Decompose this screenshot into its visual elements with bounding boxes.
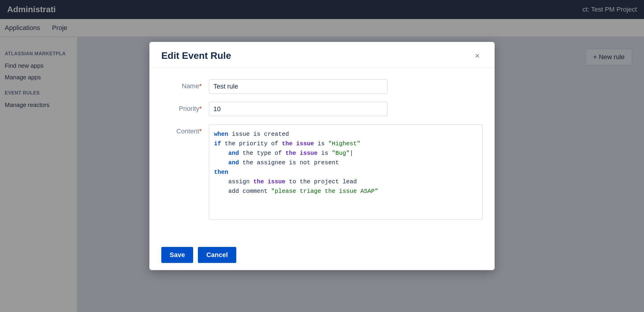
edit-event-rule-modal: Edit Event Rule × Name* Priority* <box>149 42 495 270</box>
content-required-star: * <box>199 127 202 135</box>
content-editor[interactable]: when issue is created if the priority of… <box>209 125 483 220</box>
name-required-star: * <box>199 82 202 90</box>
modal-close-button[interactable]: × <box>472 51 483 61</box>
modal-body: Name* Priority* Content* when issue is c… <box>149 67 495 240</box>
modal-footer: Save Cancel <box>149 240 495 270</box>
save-button[interactable]: Save <box>161 247 193 263</box>
code-line-6: assign the issue to the project lead <box>214 177 478 187</box>
priority-required-star: * <box>199 105 202 112</box>
content-label: Content* <box>161 125 209 135</box>
priority-input[interactable] <box>209 102 387 116</box>
code-line-5: then <box>214 168 478 177</box>
modal-title: Edit Event Rule <box>161 50 231 61</box>
cancel-button[interactable]: Cancel <box>198 247 236 263</box>
code-line-1: when issue is created <box>214 130 478 139</box>
code-line-2: if the priority of the issue is "Highest… <box>214 139 478 149</box>
name-input[interactable] <box>209 79 387 94</box>
modal-header: Edit Event Rule × <box>149 42 495 67</box>
code-line-3: and the type of the issue is "Bug"| <box>214 149 478 158</box>
name-row: Name* <box>161 79 483 94</box>
name-label: Name* <box>161 79 209 90</box>
priority-row: Priority* <box>161 102 483 116</box>
content-row: Content* when issue is created if the pr… <box>161 125 483 220</box>
priority-label: Priority* <box>161 102 209 113</box>
code-line-4: and the assignee is not present <box>214 158 478 168</box>
code-line-7: add comment "please triage the issue ASA… <box>214 187 478 196</box>
modal-overlay: Edit Event Rule × Name* Priority* <box>0 0 644 312</box>
